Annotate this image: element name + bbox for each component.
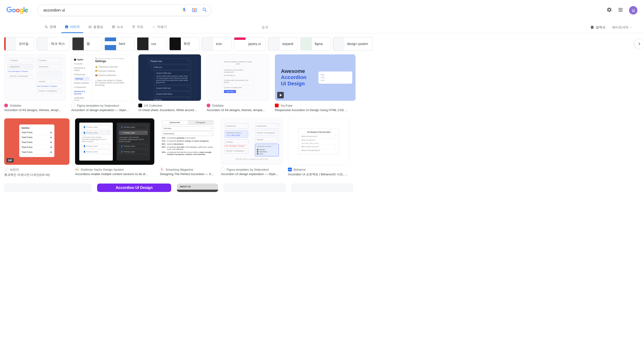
account-avatar[interactable]: 실 xyxy=(629,6,638,14)
svg-rect-2 xyxy=(194,8,195,9)
tab-news[interactable]: 뉴스 xyxy=(108,21,127,33)
svg-point-3 xyxy=(153,27,153,27)
favicon: S xyxy=(160,168,164,171)
tab-maps[interactable]: 지도 xyxy=(128,21,147,33)
chip-icon[interactable]: icon xyxy=(202,37,232,51)
chip-checkbox[interactable]: 체크 박스 xyxy=(36,37,70,51)
gif-badge: GIF xyxy=(6,158,14,162)
tools-button[interactable]: 도구 xyxy=(260,22,271,33)
search-box xyxy=(38,5,211,16)
favicon xyxy=(138,104,142,107)
related-searches-row: 모바일 체크 박스 웹 html css 화면 icon jquery ui e… xyxy=(0,33,644,54)
tab-videos[interactable]: 동영상 xyxy=(85,21,106,33)
image-result[interactable]: School Info5 ProgramsOverview+Performanc… xyxy=(160,118,215,176)
favicon xyxy=(221,168,225,171)
tab-more-label: 더보기 xyxy=(157,25,167,29)
voice-search-icon[interactable] xyxy=(181,7,187,13)
favicon: GS xyxy=(75,168,79,171)
chip-expand[interactable]: expand xyxy=(268,37,298,51)
svg-point-5 xyxy=(154,27,155,27)
image-result[interactable]: ABOUT USHOW WE WORK xyxy=(177,184,218,192)
svg-point-4 xyxy=(154,27,154,27)
image-result[interactable]: Accordion UI Design xyxy=(97,184,171,192)
chip-html[interactable]: html xyxy=(104,37,134,51)
tab-news-label: 뉴스 xyxy=(117,25,123,29)
chip-design-system[interactable]: design system xyxy=(333,37,373,51)
image-result[interactable]: ⬤ AppkaAccountsPayments & CardsPreferenc… xyxy=(71,54,133,112)
chip-css[interactable]: css xyxy=(137,37,167,51)
favicon xyxy=(4,168,8,172)
chip-figma[interactable]: figma xyxy=(300,37,330,51)
tab-all[interactable]: 전체 xyxy=(41,21,60,33)
image-result[interactable] xyxy=(224,184,286,192)
favicon xyxy=(275,104,278,107)
tab-images[interactable]: 이미지 xyxy=(62,21,83,33)
image-result[interactable]: Department ˅Expanded section ˄1-19, 1,00… xyxy=(221,118,282,176)
image-search-icon[interactable] xyxy=(192,7,197,13)
image-result[interactable]: MarketsTotal Points⊕Total Points⊕Total P… xyxy=(4,118,70,177)
favicon xyxy=(4,104,8,107)
search-input[interactable] xyxy=(41,8,181,13)
google-logo[interactable] xyxy=(6,7,28,14)
tab-all-label: 전체 xyxy=(50,25,56,29)
settings-icon[interactable] xyxy=(606,7,612,13)
search-icon[interactable] xyxy=(202,7,208,13)
collections-link[interactable]: 컬렉션 xyxy=(590,25,606,29)
tab-more[interactable]: 더보기 xyxy=(149,21,170,33)
favicon xyxy=(206,104,210,107)
chip-web[interactable]: 웹 xyxy=(72,37,102,51)
svg-point-1 xyxy=(194,9,195,11)
image-result[interactable]: Company˅Department˄Food, Aerospace, Tran… xyxy=(4,54,66,112)
svg-rect-0 xyxy=(192,8,196,12)
apps-icon[interactable] xyxy=(618,7,623,13)
image-result[interactable]: 👤 Primary Label˅👤 Primary Label˄Lorem ip… xyxy=(75,118,154,176)
image-result[interactable] xyxy=(291,184,353,192)
play-badge-icon xyxy=(277,92,284,98)
chips-next-button[interactable] xyxy=(634,39,644,48)
tab-images-label: 이미지 xyxy=(70,25,80,29)
tab-videos-label: 동영상 xyxy=(93,25,103,29)
image-result[interactable]: Several solutions stacked on each otherQ… xyxy=(206,54,269,112)
image-result[interactable] xyxy=(4,184,92,192)
favicon: Bē xyxy=(288,168,292,171)
image-result[interactable]: Parent one˄ Child one˄ Grand child oneCa… xyxy=(138,54,201,112)
favicon xyxy=(71,104,75,107)
chip-mobile[interactable]: 모바일 xyxy=(4,37,34,51)
image-result[interactable]: AwesomeAccordionUi Design ▸ Q1▸ Q2▸ Q3 Y… xyxy=(275,54,356,112)
chip-jqueryui[interactable]: jquery ui xyxy=(234,37,266,51)
chip-screen[interactable]: 화면 xyxy=(169,37,199,51)
image-result[interactable]: The Skeleton Of An AccordionWhat is an a… xyxy=(288,118,350,177)
safesearch-dropdown[interactable]: 세이프서치 xyxy=(612,25,632,29)
tab-maps-label: 지도 xyxy=(137,25,144,29)
